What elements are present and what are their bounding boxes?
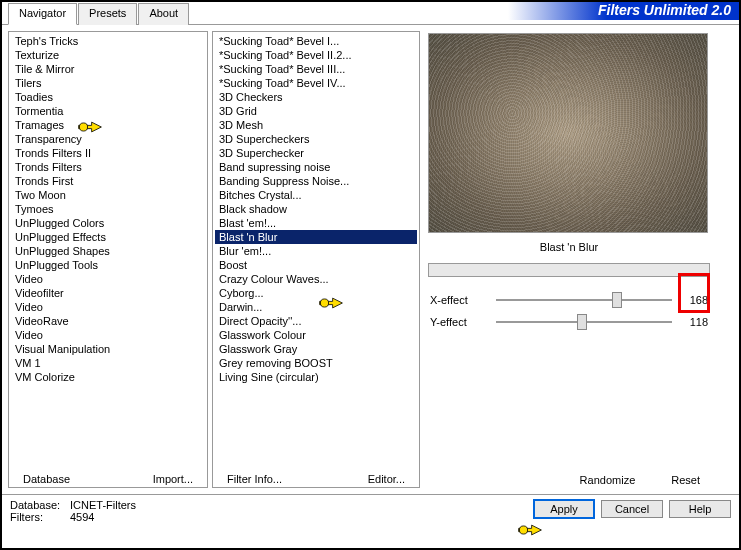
list-item[interactable]: 3D Superchecker	[215, 146, 417, 160]
list-item[interactable]: Bitches Crystal...	[215, 188, 417, 202]
cancel-button[interactable]: Cancel	[601, 500, 663, 518]
highlight-annotation	[678, 273, 710, 313]
list-item[interactable]: Glasswork Gray	[215, 342, 417, 356]
list-item[interactable]: Video	[11, 328, 205, 342]
list-item[interactable]: UnPlugged Colors	[11, 216, 205, 230]
list-item[interactable]: Blur 'em!...	[215, 244, 417, 258]
list-item[interactable]: Tormentia	[11, 104, 205, 118]
list-item[interactable]: Glasswork Colour	[215, 328, 417, 342]
list-item[interactable]: Videofilter	[11, 286, 205, 300]
import-button[interactable]: Import...	[145, 471, 201, 487]
tab-presets[interactable]: Presets	[78, 3, 137, 25]
list-item[interactable]: Band supressing noise	[215, 160, 417, 174]
category-list[interactable]: Teph's TricksTexturizeTile & MirrorTiler…	[9, 32, 207, 471]
list-item[interactable]: Two Moon	[11, 188, 205, 202]
list-item[interactable]: Cyborg...	[215, 286, 417, 300]
list-item[interactable]: 3D Grid	[215, 104, 417, 118]
param-y-value: 118	[678, 316, 708, 328]
list-item[interactable]: Toadies	[11, 90, 205, 104]
list-item[interactable]: Banding Suppress Noise...	[215, 174, 417, 188]
list-item[interactable]: UnPlugged Effects	[11, 230, 205, 244]
list-item[interactable]: UnPlugged Shapes	[11, 244, 205, 258]
list-item[interactable]: Transparency	[11, 132, 205, 146]
tab-about[interactable]: About	[138, 3, 189, 25]
list-item[interactable]: Crazy Colour Waves...	[215, 272, 417, 286]
list-item[interactable]: Boost	[215, 258, 417, 272]
list-item[interactable]: VM 1	[11, 356, 205, 370]
list-item[interactable]: *Sucking Toad* Bevel I...	[215, 34, 417, 48]
list-item[interactable]: Black shadow	[215, 202, 417, 216]
filter-preview	[428, 33, 708, 233]
editor-button[interactable]: Editor...	[360, 471, 413, 487]
list-item[interactable]: Tronds First	[11, 174, 205, 188]
list-item[interactable]: Video	[11, 272, 205, 286]
list-item[interactable]: Tile & Mirror	[11, 62, 205, 76]
app-title: Filters Unlimited 2.0	[409, 2, 739, 20]
help-button[interactable]: Help	[669, 500, 731, 518]
apply-button[interactable]: Apply	[533, 499, 595, 519]
selected-filter-name: Blast 'n Blur	[424, 237, 714, 257]
list-item[interactable]: 3D Mesh	[215, 118, 417, 132]
list-item[interactable]: VM Colorize	[11, 370, 205, 384]
list-item[interactable]: 3D Checkers	[215, 90, 417, 104]
list-item[interactable]: Tronds Filters II	[11, 146, 205, 160]
list-item[interactable]: VideoRave	[11, 314, 205, 328]
filter-list[interactable]: *Sucking Toad* Bevel I...*Sucking Toad* …	[213, 32, 419, 471]
list-item[interactable]: Direct Opacity''...	[215, 314, 417, 328]
list-item[interactable]: Darwin...	[215, 300, 417, 314]
list-item[interactable]: 3D Supercheckers	[215, 132, 417, 146]
param-x-label: X-effect	[430, 294, 490, 306]
annotation-pointer-icon	[77, 117, 103, 137]
list-item[interactable]: Tilers	[11, 76, 205, 90]
param-y-slider[interactable]	[496, 313, 672, 331]
annotation-pointer-icon	[318, 293, 344, 313]
list-item[interactable]: Blast 'n Blur	[215, 230, 417, 244]
randomize-button[interactable]: Randomize	[572, 472, 644, 488]
filter-info-button[interactable]: Filter Info...	[219, 471, 290, 487]
list-item[interactable]: UnPlugged Tools	[11, 258, 205, 272]
list-item[interactable]: *Sucking Toad* Bevel III...	[215, 62, 417, 76]
progress-bar	[428, 263, 710, 277]
database-value: ICNET-Filters	[70, 499, 136, 511]
list-item[interactable]: Tramages	[11, 118, 205, 132]
filters-count-value: 4594	[70, 511, 94, 523]
reset-button[interactable]: Reset	[663, 472, 708, 488]
list-item[interactable]: Video	[11, 300, 205, 314]
annotation-pointer-icon	[517, 520, 543, 540]
list-item[interactable]: *Sucking Toad* Bevel IV...	[215, 76, 417, 90]
list-item[interactable]: Tymoes	[11, 202, 205, 216]
tab-navigator[interactable]: Navigator	[8, 3, 77, 25]
list-item[interactable]: *Sucking Toad* Bevel II.2...	[215, 48, 417, 62]
param-x-slider[interactable]	[496, 291, 672, 309]
list-item[interactable]: Blast 'em!...	[215, 216, 417, 230]
param-y-label: Y-effect	[430, 316, 490, 328]
database-button[interactable]: Database	[15, 471, 78, 487]
list-item[interactable]: Teph's Tricks	[11, 34, 205, 48]
database-label: Database:	[10, 499, 70, 511]
filters-count-label: Filters:	[10, 511, 70, 523]
list-item[interactable]: Living Sine (circular)	[215, 370, 417, 384]
list-item[interactable]: Visual Manipulation	[11, 342, 205, 356]
list-item[interactable]: Texturize	[11, 48, 205, 62]
list-item[interactable]: Grey removing BOOST	[215, 356, 417, 370]
list-item[interactable]: Tronds Filters	[11, 160, 205, 174]
